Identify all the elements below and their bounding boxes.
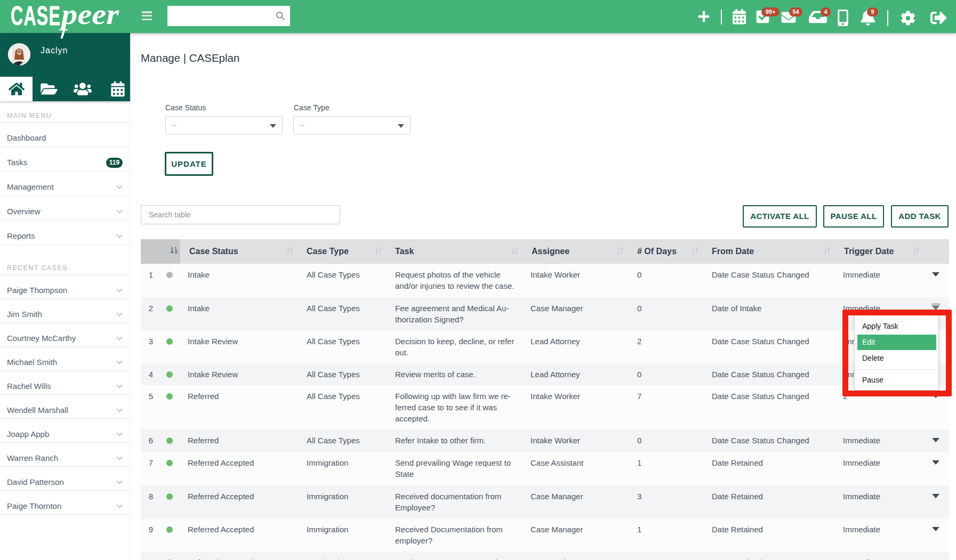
- svg-text:peer: peer: [59, 0, 119, 30]
- svg-text:CASE: CASE: [11, 1, 61, 31]
